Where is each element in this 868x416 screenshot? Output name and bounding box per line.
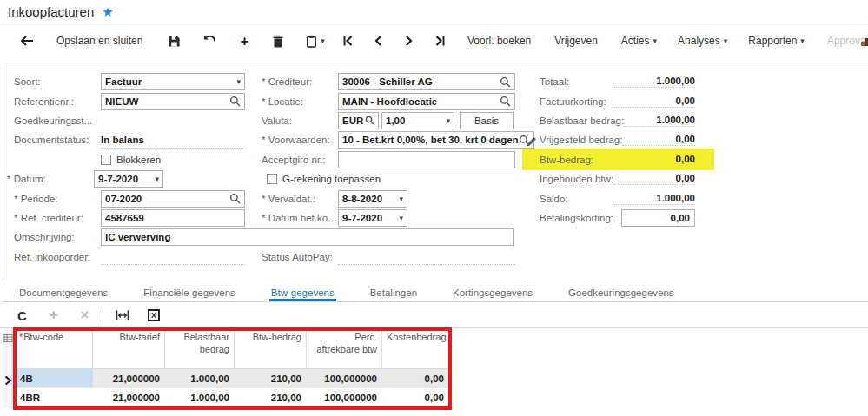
tab-goedkeuringsgegevens[interactable]: Goedkeuringsgegevens	[567, 287, 675, 301]
valuta-rate-select[interactable]: 1,00 ▾	[381, 112, 454, 129]
form-column-right: Totaal: 1.000,00 Factuurkorting: 0,00 Be…	[540, 72, 695, 228]
cell-perc-aftrekbare-btw[interactable]: 100,000000	[307, 388, 382, 406]
vervaldatum-datepicker[interactable]: 8-8-2020 ▾	[338, 190, 407, 208]
datum-label: * Datum:	[7, 174, 94, 184]
voorl-boeken-button[interactable]: Voorl. boeken	[467, 35, 531, 47]
undo-button[interactable]	[202, 35, 217, 47]
column-header-btw-tarief[interactable]: Btw-tarief	[93, 328, 165, 368]
basis-button[interactable]: Basis	[460, 112, 514, 129]
cell-belastbaar-bedrag[interactable]: 1.000,00	[165, 388, 235, 406]
cell-btw-tarief[interactable]: 21,000000	[93, 388, 165, 406]
first-record-button[interactable]	[342, 35, 354, 47]
back-arrow-icon	[19, 35, 34, 47]
locatie-lookup[interactable]: MAIN - Hoofdlocatie	[338, 93, 515, 110]
voorwaarden-label: * Voorwaarden:	[262, 135, 338, 145]
tab-kortingsgegevens[interactable]: Kortingsgegevens	[451, 287, 534, 301]
acties-menu-button[interactable]: Acties ▾	[621, 35, 657, 47]
blokkeren-checkbox[interactable]	[101, 155, 111, 165]
tab-documentgegevens[interactable]: Documentgegevens	[17, 287, 109, 301]
cell-btw-bedrag[interactable]: 210,00	[235, 369, 307, 387]
grid-settings-icon[interactable]	[3, 331, 13, 347]
g-rekening-checkbox[interactable]	[267, 174, 277, 184]
undo-icon	[202, 35, 217, 47]
favorite-star-icon[interactable]: ★	[102, 5, 113, 18]
grid-row-header-gutter	[3, 328, 15, 408]
cell-kostenbedrag[interactable]: 0,00	[382, 388, 449, 406]
cell-btw-code[interactable]: 4B	[15, 369, 93, 387]
caret-down-icon: ▾	[724, 36, 728, 45]
soort-select[interactable]: Factuur ▾	[101, 73, 245, 90]
column-header-perc-aftrekbare-btw[interactable]: Perc. aftrekbare btw	[307, 328, 382, 368]
omschrijving-input[interactable]: IC verwerving	[101, 228, 514, 246]
vervaldatum-label: * Vervaldat.:	[262, 194, 338, 204]
clipboard-icon	[306, 35, 317, 48]
rapporten-menu-button[interactable]: Rapporten ▾	[748, 35, 805, 47]
tab-btw-gegevens[interactable]: Btw-gegevens	[269, 287, 336, 301]
ref-crediteur-label: * Ref. crediteur:	[14, 213, 101, 223]
valuta-code-lookup[interactable]: EUR	[338, 112, 379, 129]
periode-label: * Periode:	[14, 194, 101, 204]
cell-btw-code[interactable]: 4BR	[15, 388, 93, 406]
caret-down-icon: ▾	[653, 36, 658, 45]
g-rekening-row: G-rekening toepassen	[262, 169, 515, 188]
fit-width-button[interactable]	[116, 309, 129, 321]
edit-crediteur-pencil-icon[interactable]	[526, 135, 538, 151]
column-header-kostenbedrag[interactable]: Kostenbedrag	[382, 328, 449, 368]
previous-record-icon	[374, 35, 382, 47]
next-record-button[interactable]	[405, 35, 414, 47]
export-to-excel-button[interactable]: X	[148, 309, 160, 321]
save-and-close-button[interactable]: Opslaan en sluiten	[56, 35, 142, 47]
previous-record-button[interactable]	[374, 35, 382, 47]
periode-lookup[interactable]: 07-2020	[101, 190, 245, 208]
datum-row: * Datum: 9-7-2020 ▾	[14, 169, 245, 188]
factuurkorting-label: Factuurkorting:	[540, 96, 613, 107]
tab-betalingen[interactable]: Betalingen	[368, 287, 419, 301]
form-column-left: Soort: Factuur ▾ Referentienr.: NIEUW Go…	[14, 72, 245, 267]
vervaldatum-value: 8-8-2020	[342, 194, 396, 204]
referentienr-lookup[interactable]: NIEUW	[101, 93, 245, 110]
delete-record-button[interactable]	[272, 35, 284, 48]
omschrijving-value: IC verwerving	[105, 232, 509, 242]
vrijgesteld-bedrag-label: Vrijgesteld bedrag:	[540, 135, 622, 145]
datum-bet-korting-row: * Datum bet.korting: 9-7-2020 ▾	[262, 208, 515, 228]
caret-down-icon: ▾	[236, 77, 241, 86]
cell-btw-tarief[interactable]: 21,000000	[93, 369, 165, 387]
datum-datepicker[interactable]: 9-7-2020 ▾	[94, 170, 163, 188]
ref-crediteur-value: 4587659	[105, 213, 241, 223]
locatie-row: * Locatie: MAIN - Hoofdlocatie	[262, 91, 515, 110]
acceptgiro-input[interactable]	[338, 151, 515, 168]
locatie-value: MAIN - Hoofdlocatie	[342, 96, 500, 107]
voorwaarden-lookup[interactable]: 10 - Bet.krt 0,00%, bet 30, krt 0 dagen	[338, 131, 534, 149]
save-button[interactable]	[168, 35, 181, 48]
column-header-btw-code[interactable]: *Btw-code	[15, 328, 93, 368]
cell-btw-bedrag[interactable]: 210,00	[235, 388, 307, 406]
crediteur-lookup[interactable]: 30006 - Schiller AG	[338, 73, 515, 90]
cell-kostenbedrag[interactable]: 0,00	[382, 369, 449, 387]
ref-inkooporder-row: Ref. inkooporder:	[14, 248, 245, 267]
acties-label: Acties	[621, 35, 650, 47]
last-record-button[interactable]	[434, 35, 446, 47]
locatie-label: * Locatie:	[262, 96, 338, 107]
belastbaar-bedrag-value: 1.000,00	[624, 115, 695, 127]
tab-financiele-gegevens[interactable]: Financiële gegevens	[142, 287, 237, 301]
belastbaar-bedrag-row: Belastbaar bedrag: 1.000,00	[540, 111, 695, 130]
clipboard-menu-button[interactable]: ▾	[306, 35, 325, 48]
ref-crediteur-input[interactable]: 4587659	[101, 209, 245, 227]
analyses-menu-button[interactable]: Analyses ▾	[678, 35, 727, 47]
vrijgeven-button[interactable]: Vrijgeven	[554, 35, 598, 47]
add-record-button[interactable]: +	[240, 34, 248, 49]
datum-bet-korting-label: * Datum bet.korting:	[262, 213, 338, 223]
datum-bet-korting-datepicker[interactable]: 9-7-2020 ▾	[338, 209, 407, 227]
table-row[interactable]: 4B 21,000000 1.000,00 210,00 100,000000 …	[15, 369, 449, 388]
table-row[interactable]: 4BR 21,000000 1.000,00 210,00 100,000000…	[15, 388, 449, 407]
saldo-value: 1.000,00	[613, 193, 695, 205]
column-header-belastbaar-bedrag[interactable]: Belastbaar bedrag	[165, 328, 235, 368]
cell-perc-aftrekbare-btw[interactable]: 100,000000	[307, 369, 382, 387]
refresh-grid-button[interactable]: C	[17, 308, 27, 323]
vervaldatum-row: * Vervaldat.: 8-8-2020 ▾	[262, 188, 515, 208]
cell-belastbaar-bedrag[interactable]: 1.000,00	[165, 369, 235, 387]
back-button[interactable]	[19, 35, 34, 47]
goedkeuringsstatus-label: Goedkeuringsst...	[14, 116, 101, 126]
betalingskorting-input[interactable]: 0,00	[621, 209, 695, 227]
column-header-btw-bedrag[interactable]: Btw-bedrag	[235, 328, 307, 368]
